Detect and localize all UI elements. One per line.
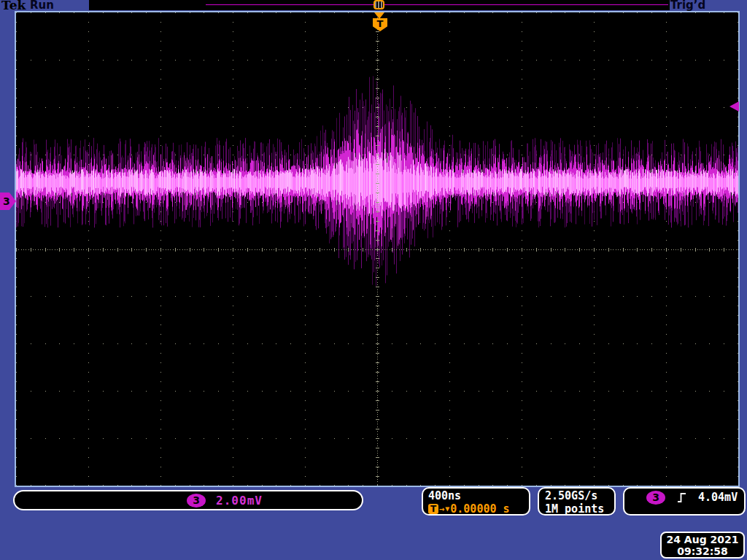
trigger-position-row: T→▼0.00000 s bbox=[428, 502, 529, 516]
record-trigger-position-icon bbox=[374, 0, 384, 9]
record-view-trace bbox=[206, 4, 668, 5]
trigger-position-arrow-icon bbox=[374, 12, 384, 19]
datetime-readout: 24 Aug 2021 09:32:58 bbox=[660, 532, 745, 559]
rising-edge-icon bbox=[677, 492, 686, 503]
triangle-down-icon: ▼ bbox=[445, 502, 449, 516]
trigger-status: Trig’d bbox=[670, 0, 705, 12]
trigger-source-badge: 3 bbox=[646, 491, 665, 505]
trigger-level-value: 4.04mV bbox=[698, 491, 738, 504]
arrow-right-icon: → bbox=[439, 502, 444, 516]
wave-record-view bbox=[89, 0, 670, 10]
trigger-t-icon: T bbox=[428, 504, 438, 514]
acquisition-readout: 2.50GS/s 1M points bbox=[538, 487, 616, 516]
channel3-badge: 3 bbox=[187, 494, 206, 508]
waveform-display bbox=[16, 12, 738, 486]
date-value: 24 Aug 2021 bbox=[662, 534, 743, 545]
time-value: 09:32:58 bbox=[662, 545, 743, 557]
channel-scale-readout: 3 2.00mV bbox=[13, 490, 363, 510]
record-length-value: 1M points bbox=[545, 502, 614, 516]
graticule-frame bbox=[15, 11, 740, 487]
acquisition-status: Run bbox=[30, 0, 54, 12]
top-status-bar: Tek Run Trig’d bbox=[0, 0, 747, 12]
sample-rate-value: 2.50GS/s bbox=[545, 489, 614, 502]
trigger-readout: 3 4.04mV bbox=[623, 487, 746, 516]
vertical-scale-value: 2.00mV bbox=[216, 494, 263, 508]
time-per-div-value: 400ns bbox=[428, 489, 529, 502]
trigger-position-value: 0.00000 s bbox=[450, 502, 509, 516]
channel3-ground-marker: 3 bbox=[0, 192, 16, 210]
horizontal-readout: 400ns T→▼0.00000 s bbox=[422, 487, 530, 516]
